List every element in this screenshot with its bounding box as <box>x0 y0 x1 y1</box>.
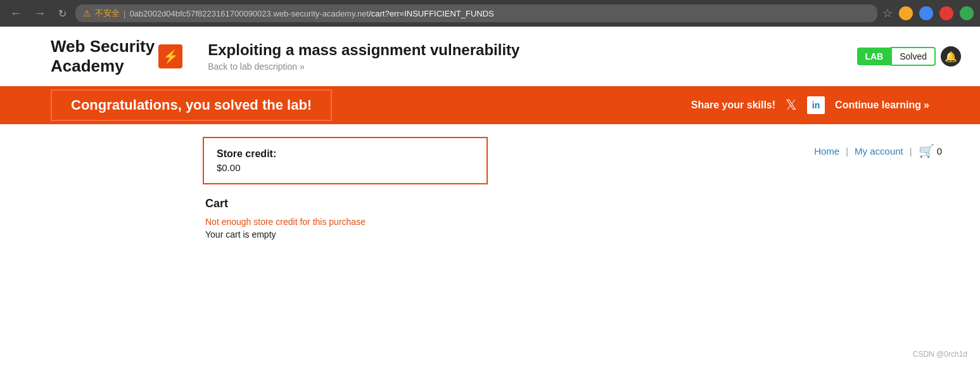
address-bar[interactable]: ⚠ 不安全 | 0ab2002d04bfc57f8223161700090023… <box>75 4 877 22</box>
continue-learning-link[interactable]: Continue learning » <box>835 99 929 111</box>
store-credit-value: $0.00 <box>217 162 474 173</box>
bookmark-icon[interactable]: ☆ <box>882 6 893 20</box>
right-nav: Home | My account | 🛒 0 <box>814 137 980 240</box>
continue-arrows: » <box>924 99 929 111</box>
watermark-text: CSDN @0rch1d <box>913 350 967 359</box>
logo-text: Web SecurityAcademy <box>51 37 155 76</box>
my-account-link[interactable]: My account <box>855 146 903 157</box>
notification-bell-icon[interactable]: 🔔 <box>941 46 961 67</box>
address-separator: | <box>124 9 125 18</box>
back-button[interactable]: ← <box>6 6 25 22</box>
back-to-lab-link[interactable]: Back to lab description » <box>208 61 857 72</box>
cart-empty-text: Your cart is empty <box>205 229 498 240</box>
lab-badge-area: LAB Solved 🔔 <box>857 46 980 67</box>
cart-area: 🛒 0 <box>919 143 942 158</box>
security-warning-icon: ⚠ <box>83 8 91 18</box>
congrats-box: Congratulations, you solved the lab! <box>51 89 332 121</box>
cart-icon[interactable]: 🛒 <box>919 143 934 158</box>
extension-icon-yellow[interactable] <box>899 6 913 20</box>
main-content: Store credit: $0.00 Cart Not enough stor… <box>0 124 980 252</box>
lab-title: Exploiting a mass assignment vulnerabili… <box>208 41 857 59</box>
extension-icon-red[interactable] <box>939 6 953 20</box>
linkedin-label: in <box>812 100 820 110</box>
share-label: Share your skills! <box>691 99 775 111</box>
store-credit-section: Store credit: $0.00 <box>203 137 488 184</box>
extension-icon-blue[interactable] <box>919 6 933 20</box>
nav-separator-1: | <box>846 146 848 157</box>
store-credit-label: Store credit: <box>217 148 474 160</box>
lab-badge: LAB <box>857 48 891 65</box>
url-text: 0ab2002d04bfc57f8223161700090023.web-sec… <box>129 9 493 18</box>
cart-title: Cart <box>205 197 498 210</box>
continue-learning-text: Continue learning <box>835 99 921 111</box>
congrats-text: Congratulations, you solved the lab! <box>71 97 312 113</box>
logo-name: Web SecurityAcademy <box>51 37 155 75</box>
cart-error-text: Not enough store credit for this purchas… <box>205 217 498 227</box>
cart-count: 0 <box>937 146 942 157</box>
warning-text: 不安全 <box>95 8 120 19</box>
left-column: Store credit: $0.00 Cart Not enough stor… <box>203 137 500 240</box>
cart-section: Cart Not enough store credit for this pu… <box>203 197 500 240</box>
twitter-icon[interactable]: 𝕏 <box>786 97 797 113</box>
url-path: /cart?err=INSUFFICIENT_FUNDS <box>369 9 494 18</box>
top-nav: Home | My account | 🛒 0 <box>814 143 942 158</box>
linkedin-icon[interactable]: in <box>807 96 825 114</box>
browser-actions: ☆ <box>882 6 974 20</box>
forward-button[interactable]: → <box>30 6 49 22</box>
url-domain: 0ab2002d04bfc57f8223161700090023.web-sec… <box>129 9 369 18</box>
footer-watermark: CSDN @0rch1d <box>913 350 967 359</box>
orange-banner: Congratulations, you solved the lab! Sha… <box>0 86 980 124</box>
extension-icon-green[interactable] <box>960 6 974 20</box>
header-right: Exploiting a mass assignment vulnerabili… <box>208 41 857 72</box>
browser-chrome: ← → ↻ ⚠ 不安全 | 0ab2002d04bfc57f8223161700… <box>0 0 980 27</box>
page-header: Web SecurityAcademy ⚡ Exploiting a mass … <box>0 27 980 86</box>
reload-button[interactable]: ↻ <box>54 6 70 21</box>
share-area: Share your skills! 𝕏 in Continue learnin… <box>691 96 929 114</box>
back-link-text: Back to lab description <box>208 61 297 72</box>
logo-area: Web SecurityAcademy ⚡ <box>51 37 182 76</box>
home-link[interactable]: Home <box>814 146 839 157</box>
logo-icon: ⚡ <box>158 44 182 68</box>
solved-badge: Solved <box>891 47 936 66</box>
nav-separator-2: | <box>910 146 912 157</box>
back-link-arrows: » <box>300 61 305 72</box>
